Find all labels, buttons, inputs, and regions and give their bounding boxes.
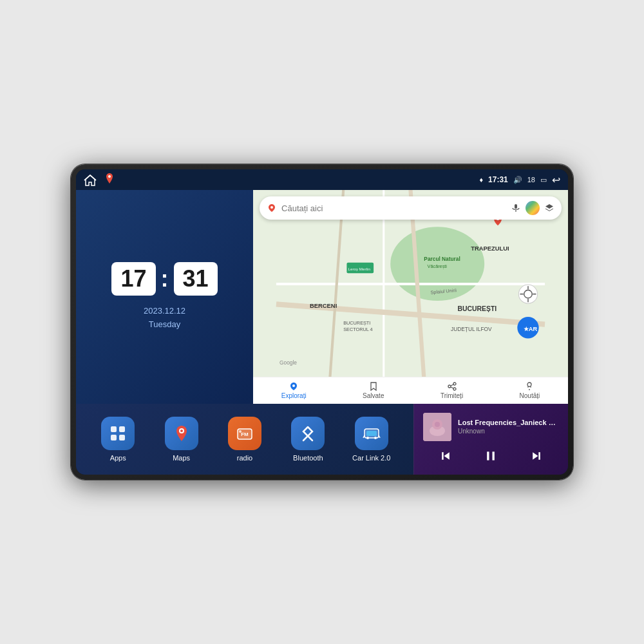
- music-artist: Unknown: [458, 428, 559, 435]
- svg-point-51: [374, 437, 377, 439]
- bottom-section: Apps Maps: [76, 404, 568, 475]
- svg-text:FM: FM: [241, 431, 249, 437]
- carlink-label: Car Link 2.0: [352, 454, 390, 462]
- svg-text:BUCUREȘTI: BUCUREȘTI: [458, 305, 497, 312]
- battery-number: 18: [527, 176, 535, 184]
- svg-rect-2: [515, 204, 517, 209]
- app-item-carlink[interactable]: Car Link 2.0: [351, 417, 392, 462]
- svg-text:SECTORUL 4: SECTORUL 4: [343, 327, 372, 332]
- radio-label: radio: [237, 454, 252, 462]
- prev-icon: [439, 450, 452, 462]
- map-bottom-nav: Explorați Salvate: [253, 377, 568, 404]
- apps-label: Apps: [110, 454, 126, 462]
- map-search-bar[interactable]: [260, 196, 562, 220]
- status-left: [84, 173, 115, 187]
- music-details: Lost Frequencies_Janieck Devy-... Unknow…: [458, 419, 559, 435]
- bluetooth-app-icon: [298, 424, 317, 443]
- app-item-maps[interactable]: Maps: [161, 417, 202, 462]
- svg-point-50: [366, 437, 369, 439]
- svg-rect-42: [119, 435, 125, 440]
- clock-hours-block: 17: [111, 262, 155, 296]
- app-grid: Apps Maps: [76, 404, 413, 475]
- clock-display: 17 : 31: [111, 262, 217, 296]
- svg-rect-40: [119, 426, 125, 432]
- layers-icon: [545, 204, 554, 213]
- app-item-apps[interactable]: Apps: [97, 417, 138, 462]
- status-time: 17:31: [488, 175, 508, 184]
- bluetooth-icon: [291, 417, 325, 450]
- radio-icon: FM: [228, 417, 261, 450]
- music-title: Lost Frequencies_Janieck Devy-...: [458, 419, 559, 426]
- svg-line-36: [451, 384, 453, 386]
- apps-grid-icon: [108, 424, 128, 443]
- map-nav-saved[interactable]: Salvate: [363, 382, 384, 399]
- status-bar: ♦ 17:31 🔊 18 ▭ ↩: [76, 169, 568, 190]
- next-button[interactable]: [526, 446, 547, 466]
- svg-text:Google: Google: [279, 359, 297, 366]
- clock-colon: :: [161, 267, 169, 290]
- app-item-radio[interactable]: FM radio: [224, 417, 265, 462]
- svg-rect-41: [111, 435, 117, 440]
- svg-point-35: [453, 388, 456, 390]
- battery-icon: ▭: [540, 176, 547, 184]
- google-account-icon[interactable]: [526, 201, 540, 215]
- music-thumbnail: [423, 413, 451, 441]
- main-content: 17 : 31 2023.12.12 Tuesday: [76, 190, 568, 475]
- explore-label: Explorați: [281, 392, 307, 399]
- svg-marker-62: [533, 452, 538, 460]
- news-label: Noutăți: [520, 392, 540, 399]
- svg-point-47: [239, 430, 242, 433]
- svg-point-44: [180, 430, 183, 432]
- map-nav-share[interactable]: Trimiteți: [440, 382, 463, 399]
- car-head-unit: ♦ 17:31 🔊 18 ▭ ↩ 17: [71, 164, 573, 480]
- map-nav-news[interactable]: Noutăți: [520, 382, 540, 399]
- day-value: Tuesday: [144, 318, 185, 332]
- clock-hours: 17: [120, 265, 146, 292]
- next-icon: [530, 450, 543, 462]
- top-section: 17 : 31 2023.12.12 Tuesday: [76, 190, 568, 404]
- svg-text:BUCUREȘTI: BUCUREȘTI: [343, 320, 370, 326]
- pause-icon: [484, 450, 497, 462]
- svg-text:Leroy Merlin: Leroy Merlin: [348, 267, 371, 271]
- svg-rect-61: [493, 451, 495, 460]
- date-display: 2023.12.12 Tuesday: [144, 305, 185, 332]
- svg-text:Parcul Natural: Parcul Natural: [424, 256, 460, 262]
- svg-point-33: [453, 383, 456, 385]
- svg-rect-59: [442, 452, 444, 460]
- map-panel[interactable]: Parcul Natural Văcărești Splaiul Unirii: [253, 190, 568, 404]
- clock-minutes-block: 31: [174, 262, 218, 296]
- apps-icon: [101, 417, 135, 450]
- svg-text:JUDEȚUL ILFOV: JUDEȚUL ILFOV: [451, 326, 492, 332]
- album-art-svg: [423, 413, 451, 441]
- music-panel: Lost Frequencies_Janieck Devy-... Unknow…: [413, 404, 568, 475]
- carlink-icon: [355, 417, 388, 450]
- home-button[interactable]: [84, 175, 98, 185]
- app-item-bluetooth[interactable]: Bluetooth: [287, 417, 328, 462]
- maps-shortcut-icon[interactable]: [104, 173, 115, 187]
- svg-text:TRAPEZULUI: TRAPEZULUI: [471, 245, 509, 252]
- device-screen: ♦ 17:31 🔊 18 ▭ ↩ 17: [76, 169, 568, 475]
- play-pause-button[interactable]: [480, 446, 501, 466]
- mic-icon: [511, 204, 520, 213]
- music-controls: [423, 446, 559, 466]
- svg-point-1: [270, 206, 273, 209]
- svg-text:Văcărești: Văcărești: [428, 263, 448, 269]
- volume-icon: 🔊: [513, 176, 522, 184]
- prev-button[interactable]: [435, 446, 456, 466]
- radio-app-icon: FM: [235, 424, 254, 443]
- maps-app-icon: [172, 424, 191, 443]
- map-search-input[interactable]: [281, 204, 506, 213]
- device-frame: ♦ 17:31 🔊 18 ▭ ↩ 17: [71, 164, 573, 480]
- map-pin-status-icon: [104, 173, 115, 184]
- svg-marker-58: [444, 452, 450, 460]
- back-button[interactable]: ↩: [552, 174, 560, 186]
- map-nav-explore[interactable]: Explorați: [281, 382, 307, 399]
- svg-point-32: [292, 384, 295, 387]
- share-label: Trimiteți: [440, 392, 463, 399]
- clock-minutes: 31: [183, 265, 209, 292]
- svg-point-57: [435, 422, 440, 427]
- svg-point-34: [448, 385, 451, 388]
- maps-logo-icon: [267, 204, 276, 213]
- maps-label: Maps: [173, 454, 190, 462]
- svg-text:★AR: ★AR: [524, 326, 538, 332]
